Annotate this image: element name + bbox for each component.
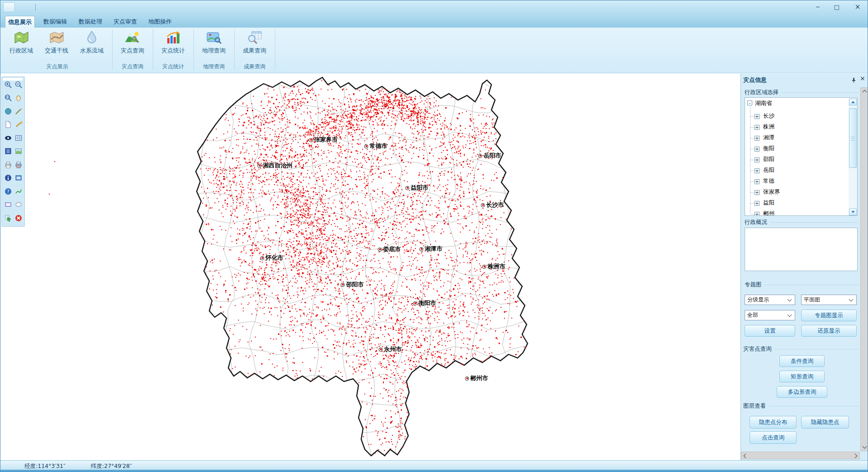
eye-icon[interactable] [4,133,13,143]
attribute-table-icon[interactable] [14,133,23,143]
map-type-combo[interactable]: 平面图 [801,295,857,305]
panel-horizontal-scrollbar[interactable] [741,452,860,459]
tree-scrollbar[interactable] [849,98,857,216]
map-search-icon [206,30,222,45]
expand-icon[interactable]: + [755,168,760,173]
tab-data-process[interactable]: 数据处理 [76,16,104,28]
thematic-show-button[interactable]: 专题图显示 [801,310,857,321]
tree-item[interactable]: 邵阳 [763,155,774,163]
scroll-down-button[interactable] [849,209,857,215]
tree-item[interactable]: 衡阳 [763,144,774,153]
settings-button[interactable]: 设置 [745,325,795,337]
ribbon-tab-bar: 信息展示 数据编辑 数据处理 灾点审查 地图操作 [0,14,868,28]
ribbon-group-label: 灾点展示 [2,62,112,71]
tab-data-edit[interactable]: 数据编辑 [41,16,69,28]
tree-item[interactable]: 郴州 [763,210,774,216]
panel-close-icon[interactable]: × [860,75,865,82]
print-icon[interactable] [4,160,13,169]
panel-title: 灾点信息 [743,76,767,84]
tree-item[interactable]: 株洲 [763,123,774,131]
help-icon[interactable]: ? [4,187,13,196]
disaster-query-button[interactable]: 灾点查询 [115,29,150,62]
expand-icon[interactable]: + [755,147,760,152]
close-button[interactable]: × [849,2,867,12]
tree-item[interactable]: 长沙 [763,112,774,120]
ribbon-group-separator [275,29,275,70]
scroll-up-icon[interactable] [863,90,867,95]
overview-label: 行政概况 [745,219,859,226]
panel-window-icon[interactable] [14,173,23,182]
scrollbar-thumb[interactable] [849,108,857,168]
maximize-button[interactable]: □ [829,2,845,12]
draw-rectangle-icon[interactable] [4,200,13,209]
disaster-info-panel: 灾点信息 × 行政区域选择 湖南省 - +长沙 +株洲 +湘潭 +衡阳 +邵阳 … [741,74,868,460]
print-color-icon[interactable] [14,160,23,169]
region-tree[interactable]: 湖南省 - +长沙 +株洲 +湘潭 +衡阳 +邵阳 +岳阳 +常德 +张家界 +… [745,97,858,216]
expand-icon[interactable]: + [755,125,760,130]
brush-icon[interactable] [14,120,23,129]
full-extent-icon[interactable] [4,107,13,116]
tab-point-review[interactable]: 灾点审查 [111,16,139,28]
scroll-down-icon[interactable] [863,444,867,449]
rectangle-query-button[interactable]: 矩形查询 [779,371,825,382]
scope-combo[interactable]: 全部 [745,310,795,320]
zoom-window-icon[interactable] [4,93,13,102]
overview-map-icon[interactable] [14,147,23,156]
select-feature-icon[interactable] [4,214,13,223]
pin-icon[interactable] [851,76,857,85]
tree-item-root[interactable]: 湖南省 [755,99,772,107]
scroll-right-icon[interactable] [853,454,858,458]
quick-access-button[interactable] [3,2,15,12]
expand-icon[interactable]: + [755,157,760,162]
polygon-query-button[interactable]: 多边形查询 [777,386,827,398]
tree-connector [750,203,755,204]
restore-display-button[interactable]: 还原显示 [801,325,857,337]
zoom-in-icon[interactable] [4,80,13,89]
tree-item[interactable]: 常德 [763,177,774,185]
tree-item[interactable]: 益阳 [763,199,774,207]
expand-icon[interactable]: + [755,190,760,195]
tab-map-operate[interactable]: 地图操作 [146,16,174,28]
hide-hazard-button[interactable]: 隐藏隐患点 [801,416,849,429]
hazard-distribution-button[interactable]: 隐患点分布 [750,416,797,429]
expand-icon[interactable]: + [755,114,760,119]
disaster-stats-button[interactable]: 灾点统计 [156,29,190,62]
legend-icon[interactable] [4,147,13,156]
minimize-button[interactable]: ─ [810,2,826,12]
result-query-button[interactable]: 成果查询 [237,29,272,62]
panel-vertical-scrollbar[interactable] [860,87,868,451]
pan-icon[interactable] [14,93,23,102]
tree-item[interactable]: 张家界 [763,188,780,196]
road-button[interactable]: 交通干线 [39,29,74,62]
click-query-button[interactable]: 点击查询 [750,431,797,444]
tab-info-display[interactable]: 信息展示 [5,16,35,28]
expand-icon[interactable]: + [755,212,760,216]
level-display-combo[interactable]: 分级显示 [745,295,795,305]
draw-ellipse-icon[interactable] [14,200,23,209]
geo-query-button[interactable]: 地理查询 [197,29,231,62]
zoom-out-icon[interactable] [14,80,23,89]
water-button[interactable]: 水系流域 [75,29,109,62]
draw-line-icon[interactable] [14,187,23,196]
result-search-icon [246,30,263,45]
region-button[interactable]: 行政区域 [4,29,38,62]
overview-textarea[interactable] [745,228,858,271]
ribbon-group-label: 成果查询 [234,62,275,71]
delete-icon[interactable] [14,214,23,223]
window-bottom-edge [0,470,868,472]
collapse-icon[interactable]: - [747,100,752,105]
scroll-left-icon[interactable] [744,454,748,458]
new-page-icon[interactable] [4,120,13,129]
tree-item[interactable]: 岳阳 [763,166,774,174]
measure-icon[interactable] [14,107,23,116]
scroll-up-button[interactable] [849,99,857,105]
condition-query-button[interactable]: 条件查询 [779,355,825,367]
map-canvas[interactable] [0,74,741,460]
expand-icon[interactable]: + [755,136,760,141]
tree-item[interactable]: 湘潭 [763,133,774,142]
expand-icon[interactable]: + [755,179,760,184]
expand-icon[interactable]: + [755,201,760,206]
ribbon-group-label: 灾点统计 [153,62,193,71]
tree-connector [750,116,755,117]
info-icon[interactable] [4,173,13,182]
